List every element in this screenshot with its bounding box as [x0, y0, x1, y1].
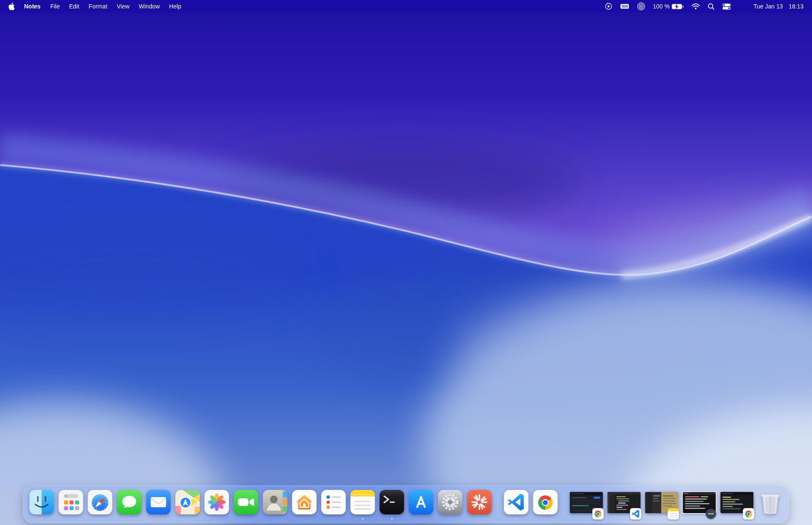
dock-item-trash[interactable]	[758, 488, 783, 520]
dock-item-system-settings[interactable]	[438, 488, 463, 520]
now-playing-icon	[605, 3, 612, 10]
maps-icon	[176, 490, 200, 514]
ellipsis-badge-icon	[705, 508, 717, 520]
facetime-icon	[234, 490, 258, 514]
menu-window[interactable]: Window	[134, 0, 165, 13]
dock-item-chrome[interactable]	[533, 488, 558, 520]
launchpad-icon	[59, 490, 83, 514]
dock-item-vscode[interactable]	[504, 488, 529, 520]
dock-item-app-store[interactable]	[409, 488, 433, 520]
clock-date: Tue Jan 13	[753, 3, 783, 10]
terminal-icon	[380, 490, 404, 514]
notes-icon	[351, 490, 375, 514]
dock-item-finder[interactable]	[30, 488, 54, 520]
spotlight-search-icon	[708, 3, 715, 10]
dock-item-safari[interactable]	[88, 488, 112, 520]
menu-help[interactable]: Help	[165, 0, 186, 13]
dock-item-home[interactable]	[292, 488, 317, 520]
dock-separator	[498, 491, 498, 517]
home-icon	[292, 490, 317, 514]
dock-item-mail[interactable]	[146, 488, 171, 520]
dock	[23, 485, 789, 523]
keyboard-icon	[620, 3, 629, 10]
app-store-icon	[409, 490, 433, 514]
wallpaper-art	[0, 0, 812, 525]
apple-menu[interactable]	[6, 0, 19, 13]
minimized-window-chrome-2[interactable]	[721, 488, 754, 520]
airdrop-icon	[637, 2, 645, 11]
dock-item-terminal[interactable]	[380, 488, 404, 520]
running-indicator	[515, 518, 517, 520]
battery-percent: 100 %	[653, 3, 670, 10]
menu-bar: Notes File Edit Format View Window Help	[0, 0, 812, 13]
control-center-icon	[722, 3, 731, 10]
battery-charging-icon	[672, 4, 684, 9]
desktop-wallpaper[interactable]	[0, 0, 812, 525]
dock-separator	[564, 491, 564, 517]
dock-item-reminders[interactable]	[321, 488, 346, 520]
now-playing-menu[interactable]	[601, 0, 616, 13]
photos-icon	[205, 490, 229, 514]
dock-item-photos[interactable]	[205, 488, 229, 520]
active-app-menu[interactable]: Notes	[19, 0, 46, 13]
running-indicator	[544, 518, 546, 520]
battery-menu[interactable]: 100 %	[649, 0, 688, 13]
menu-bar-status: 100 %	[601, 0, 806, 13]
running-indicator	[391, 518, 393, 520]
wifi-menu[interactable]	[688, 0, 704, 13]
vscode-icon	[504, 490, 529, 514]
chrome-icon	[533, 490, 558, 514]
spotlight-menu[interactable]	[704, 0, 719, 13]
chrome-badge-icon	[593, 508, 604, 520]
running-indicator	[99, 518, 101, 520]
minimized-window-terminal[interactable]	[683, 488, 716, 520]
control-center-menu[interactable]	[719, 0, 735, 13]
finder-icon	[30, 490, 54, 514]
menu-bar-left: Notes File Edit Format View Window Help	[6, 0, 186, 13]
minimized-window-vscode[interactable]	[608, 488, 641, 520]
minimized-window-notes[interactable]	[645, 488, 678, 520]
clock-time: 18:13	[789, 3, 804, 10]
dock-item-messages[interactable]	[117, 488, 142, 520]
settings-gear-icon	[438, 490, 463, 514]
menu-edit[interactable]: Edit	[64, 0, 84, 13]
trash-icon	[759, 491, 782, 517]
reminders-icon	[321, 490, 346, 514]
siri-icon	[738, 3, 745, 10]
running-indicator	[362, 518, 364, 520]
siri-menu[interactable]	[735, 0, 749, 13]
menu-view[interactable]: View	[112, 0, 134, 13]
vscode-badge-icon	[630, 508, 642, 520]
messages-icon	[117, 490, 142, 514]
dock-item-launchpad[interactable]	[59, 488, 83, 520]
running-indicator	[128, 518, 130, 520]
airdrop-menu[interactable]	[633, 0, 649, 13]
claude-starburst-icon	[467, 490, 492, 514]
contacts-icon	[263, 490, 288, 514]
running-indicator	[41, 518, 43, 520]
safari-icon	[88, 490, 112, 514]
menu-file[interactable]: File	[46, 0, 65, 13]
dock-item-notes[interactable]	[351, 488, 375, 520]
apple-logo-icon	[8, 3, 15, 10]
wifi-icon	[691, 3, 700, 10]
keyboard-menu[interactable]	[616, 0, 633, 13]
chrome-badge-icon	[743, 508, 754, 520]
menu-format[interactable]: Format	[84, 0, 112, 13]
minimized-window-chrome[interactable]	[570, 488, 603, 520]
notes-badge-icon	[668, 508, 679, 520]
dock-item-facetime[interactable]	[234, 488, 258, 520]
dock-item-contacts[interactable]	[263, 488, 288, 520]
dock-item-maps[interactable]	[176, 488, 200, 520]
dock-panel	[23, 485, 789, 523]
menu-bar-clock[interactable]: Tue Jan 13 18:13	[749, 0, 806, 13]
dock-item-claude[interactable]	[467, 488, 492, 520]
mail-icon	[146, 490, 171, 514]
